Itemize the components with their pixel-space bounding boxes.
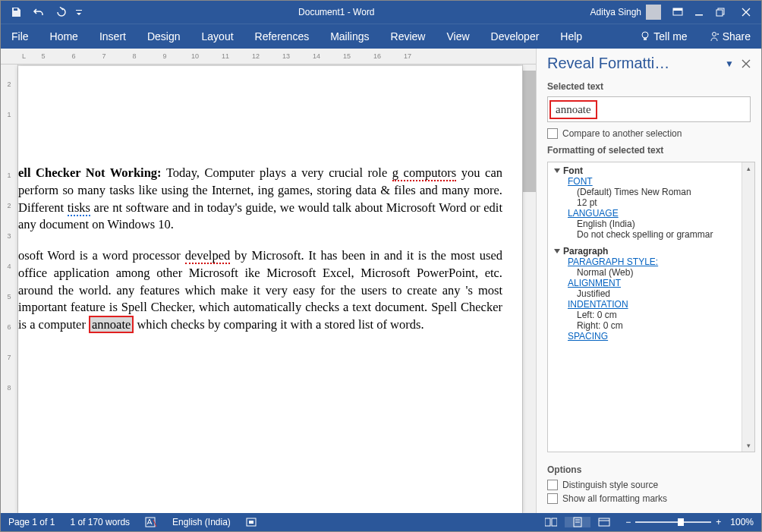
zoom-out-button[interactable]: −: [625, 517, 631, 527]
ruler-tick: 5: [28, 52, 58, 60]
font-value: (Default) Times New Roman: [554, 187, 739, 197]
show-marks-checkbox[interactable]: Show all formatting marks: [547, 492, 751, 505]
document-body: 2 1 1 2 3 4 5 6 7 8 ell Checker Not Work…: [1, 65, 536, 513]
selected-word[interactable]: annoate: [89, 316, 134, 333]
spacing-link[interactable]: SPACING: [554, 331, 739, 342]
ruler-tick: 16: [362, 52, 392, 60]
spellcheck-indicator[interactable]: [137, 513, 165, 531]
user-name: Aditya Singh: [590, 7, 641, 17]
minimize-icon: [694, 8, 704, 17]
undo-button[interactable]: [28, 1, 49, 24]
zoom-control[interactable]: − + 100%: [618, 517, 761, 527]
redo-button[interactable]: [51, 1, 72, 24]
window-controls: [667, 1, 761, 24]
grammar-error[interactable]: tisks: [68, 200, 90, 216]
ruler-tick: 17: [392, 52, 423, 60]
ruler-tick: 6: [7, 312, 11, 342]
pane-close-button[interactable]: [738, 56, 754, 71]
alignment-link[interactable]: ALIGNMENT: [554, 278, 739, 288]
view-print-layout[interactable]: [565, 517, 590, 527]
vertical-ruler[interactable]: 2 1 1 2 3 4 5 6 7 8: [1, 65, 18, 513]
pane-scrollbar[interactable]: ▴ ▾: [742, 162, 754, 452]
horizontal-ruler[interactable]: L 5 6 7 8 9 10 11 12 13 14 15 16 17: [1, 49, 536, 65]
paragraph[interactable]: ell Checker Not Working: Today, Computer…: [18, 165, 502, 234]
ruler-tick: 13: [271, 52, 301, 60]
alignment-value: Justified: [554, 288, 739, 299]
svg-rect-1: [673, 8, 682, 11]
tell-me-label: Tell me: [653, 30, 687, 42]
zoom-in-button[interactable]: +: [716, 517, 721, 527]
ruler-tick: 11: [210, 52, 241, 60]
zoom-level[interactable]: 100%: [730, 517, 754, 527]
user-area[interactable]: Aditya Singh: [584, 5, 667, 20]
restore-button[interactable]: [710, 1, 731, 24]
pane-title: Reveal Formatti…: [547, 55, 720, 72]
ruler-tick: 9: [150, 52, 180, 60]
paragraph-style-link[interactable]: PARAGRAPH STYLE:: [554, 257, 739, 267]
language-indicator[interactable]: English (India): [165, 513, 238, 531]
tab-design[interactable]: Design: [137, 24, 191, 49]
word-count[interactable]: 1 of 170 words: [62, 513, 137, 531]
formatting-tree[interactable]: Font FONT (Default) Times New Roman 12 p…: [547, 162, 755, 452]
zoom-slider-thumb[interactable]: [678, 518, 684, 526]
close-button[interactable]: [731, 1, 761, 24]
tab-layout[interactable]: Layout: [191, 24, 244, 49]
tab-mailings[interactable]: Mailings: [320, 24, 379, 49]
scrollbar-thumb[interactable]: [523, 71, 536, 192]
pane-menu-button[interactable]: ▼: [720, 58, 738, 69]
font-heading[interactable]: Font: [554, 165, 739, 176]
compare-checkbox[interactable]: Compare to another selection: [537, 127, 761, 140]
ruler-tick: 8: [7, 373, 11, 403]
macro-indicator[interactable]: [238, 513, 264, 531]
tab-developer[interactable]: Developer: [480, 24, 550, 49]
zoom-slider[interactable]: [635, 521, 711, 523]
compare-label: Compare to another selection: [562, 128, 682, 139]
share-icon: [709, 31, 719, 42]
ribbon-options-button[interactable]: [667, 1, 688, 24]
svg-rect-16: [599, 518, 609, 526]
macro-icon: [246, 517, 257, 527]
spellcheck-icon: [145, 517, 157, 527]
spellcheck-error[interactable]: g computors: [392, 165, 456, 181]
tab-insert[interactable]: Insert: [89, 24, 137, 49]
checkbox-icon: [547, 128, 558, 139]
tab-view[interactable]: View: [436, 24, 480, 49]
ruler-tick: 6: [58, 52, 89, 60]
paragraph[interactable]: osoft Word is a word processor develped …: [18, 247, 502, 334]
show-marks-label: Show all formatting marks: [562, 493, 667, 504]
paragraph-heading[interactable]: Paragraph: [554, 246, 739, 257]
tab-file[interactable]: File: [1, 24, 39, 49]
indentation-link[interactable]: INDENTATION: [554, 299, 739, 310]
tab-help[interactable]: Help: [549, 24, 593, 49]
font-link[interactable]: FONT: [554, 176, 739, 187]
minimize-button[interactable]: [688, 1, 710, 24]
language-link[interactable]: LANGUAGE: [554, 208, 739, 219]
tab-review[interactable]: Review: [380, 24, 436, 49]
window-title: Document1 - Word: [89, 7, 584, 17]
distinguish-style-checkbox[interactable]: Distinguish style source: [547, 478, 751, 492]
share-label: Share: [723, 30, 751, 42]
selected-text-value: annoate: [549, 100, 597, 119]
tab-references[interactable]: References: [244, 24, 320, 49]
page-indicator[interactable]: Page 1 of 1: [1, 513, 62, 531]
selected-text-label: Selected text: [537, 77, 761, 95]
qat-customize-button[interactable]: [74, 1, 84, 24]
spellcheck-error[interactable]: develped: [185, 248, 231, 264]
tell-me-button[interactable]: Tell me: [629, 24, 697, 49]
restore-icon: [716, 8, 725, 17]
page-canvas[interactable]: ell Checker Not Working: Today, Computer…: [18, 66, 522, 513]
scroll-down-button[interactable]: ▾: [742, 439, 754, 452]
view-read-mode[interactable]: [537, 518, 565, 527]
scroll-up-button[interactable]: ▴: [742, 162, 754, 175]
vertical-scrollbar[interactable]: [522, 65, 536, 513]
svg-point-7: [712, 33, 716, 36]
tab-home[interactable]: Home: [39, 24, 89, 49]
font-size-value: 12 pt: [554, 197, 739, 208]
view-web-layout[interactable]: [590, 518, 618, 527]
main-area: L 5 6 7 8 9 10 11 12 13 14 15 16 17 2 1 …: [1, 49, 761, 513]
save-button[interactable]: [5, 1, 27, 24]
ruler-tick: 10: [180, 52, 210, 60]
share-button[interactable]: Share: [698, 24, 761, 49]
avatar: [646, 5, 661, 20]
ruler-tick: 2: [7, 190, 11, 221]
